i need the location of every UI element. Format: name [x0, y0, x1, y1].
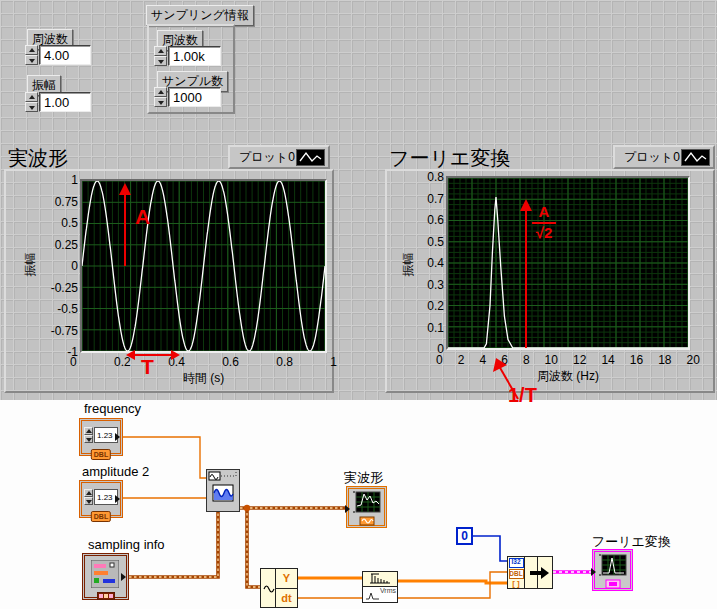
- increment-button: [84, 427, 93, 435]
- get-waveform-components-node[interactable]: Y dt: [260, 568, 298, 608]
- increment-button[interactable]: [25, 92, 38, 102]
- tick-label: 0.8: [427, 170, 444, 184]
- frequency-value-field[interactable]: 4.00: [39, 45, 91, 65]
- front-panel: 周波数 4.00 振幅 1.00 サンプリング情報 周波数: [0, 0, 717, 400]
- sample-rate-value-field[interactable]: 1.00k: [168, 46, 221, 66]
- fourier-x-axis-label: 周波数 (Hz): [448, 368, 688, 385]
- component-dt-label: dt: [276, 589, 297, 608]
- waveform-graph-legend[interactable]: プロット0: [228, 145, 330, 169]
- terminal-spinner: [84, 489, 93, 505]
- spectrum-vi-node[interactable]: Vrms: [362, 571, 398, 603]
- bundle-node[interactable]: I32 DBL [ ]: [507, 556, 553, 589]
- terminal-control: 1.23: [84, 489, 118, 505]
- sample-rate-spinner[interactable]: [154, 46, 167, 66]
- tick-label: -0.25: [51, 281, 78, 295]
- legend-plot-label: プロット0: [624, 149, 680, 166]
- cluster-icon: [91, 560, 119, 588]
- tick-label: 0: [71, 259, 78, 273]
- zero-constant[interactable]: 0: [456, 527, 473, 545]
- peak-amplitude-annotation-label: A √2: [532, 204, 556, 241]
- plot-style-icon[interactable]: [681, 149, 710, 166]
- peak-glyph-icon: [365, 591, 381, 601]
- input-terminal-arrow: [345, 505, 354, 513]
- cluster-type-tag-icon: [97, 592, 115, 600]
- bundle-arrow-icon: [529, 567, 549, 579]
- frequency-spinner[interactable]: [25, 45, 38, 65]
- waveform-graph-indicator[interactable]: [346, 486, 387, 532]
- tick-label: 0: [70, 355, 77, 369]
- fourier-graph-legend[interactable]: プロット0: [613, 145, 715, 169]
- tick-label: 2: [458, 353, 465, 367]
- decrement-button[interactable]: [154, 97, 167, 107]
- waveform-glyph-icon: [261, 569, 276, 607]
- decrement-button[interactable]: [154, 56, 167, 66]
- tick-label: 0.2: [427, 299, 444, 313]
- tick-label: 4: [479, 353, 486, 367]
- tick-label: 0.5: [427, 235, 444, 249]
- fourier-graph-indicator[interactable]: [592, 549, 633, 595]
- amplitude-terminal[interactable]: 1.23 DBL: [79, 480, 123, 518]
- tick-label: 16: [630, 353, 643, 367]
- tick-label: 20: [687, 353, 700, 367]
- decrement-button: [84, 497, 93, 505]
- sample-count-spinner[interactable]: [154, 87, 167, 107]
- input-terminal-arrow: [591, 568, 600, 576]
- waveform-y-axis-ticks: 10.750.50.250-0.25-0.5-0.75-1: [38, 173, 78, 359]
- frequency-terminal[interactable]: 1.23 DBL: [79, 418, 123, 456]
- labview-window: 周波数 4.00 振幅 1.00 サンプリング情報 周波数: [0, 0, 717, 609]
- amplitude-annotation-label: A: [135, 205, 150, 229]
- terminal-control: 1.23: [84, 427, 118, 443]
- amplitude-control: 1.00: [25, 92, 91, 112]
- fraction-numerator: A: [532, 204, 556, 221]
- tick-label: 0.25: [55, 238, 78, 252]
- increment-button[interactable]: [154, 46, 167, 56]
- tick-label: 1: [330, 355, 337, 369]
- increment-button: [84, 489, 93, 497]
- amplitude-terminal-label: amplitude 2: [82, 464, 149, 479]
- sampling-cluster-label: サンプリング情報: [146, 5, 254, 26]
- fourier-plot-area[interactable]: [446, 176, 690, 350]
- decrement-button[interactable]: [25, 55, 38, 65]
- tick-label: 14: [601, 353, 614, 367]
- decrement-button[interactable]: [25, 102, 38, 112]
- sample-count-control: 1000: [154, 87, 221, 107]
- legend-plot-label: プロット0: [239, 149, 295, 166]
- waveform-x-axis-label: 時間 (s): [82, 370, 325, 387]
- sample-count-value-field[interactable]: 1000: [168, 87, 221, 107]
- amplitude-spinner[interactable]: [25, 92, 38, 112]
- output-terminal-arrow: [115, 495, 124, 503]
- sampling-terminal[interactable]: [82, 553, 129, 600]
- waveform-y-axis-label: 振幅: [22, 253, 39, 277]
- tick-label: 0.7: [427, 192, 444, 206]
- increment-button[interactable]: [154, 87, 167, 97]
- dbl-type-tag: DBL: [91, 449, 111, 460]
- tick-label: 10: [545, 353, 558, 367]
- peak-amplitude-annotation-arrow: [519, 198, 533, 350]
- sample-rate-control: 1.00k: [154, 46, 221, 66]
- tick-label: 0.8: [276, 355, 293, 369]
- decrement-button: [84, 435, 93, 443]
- fourier-y-axis-label: 振幅: [400, 253, 417, 277]
- component-y-label: Y: [276, 569, 297, 589]
- plot-style-icon[interactable]: [296, 149, 325, 166]
- tick-label: -0.75: [51, 324, 78, 338]
- frequency-terminal-label: frequency: [84, 401, 141, 416]
- waveform-graph-title: 実波形: [8, 145, 68, 172]
- tick-label: 0.6: [427, 213, 444, 227]
- tick-label: 0.6: [222, 355, 239, 369]
- dbl-type-tag: DBL: [91, 511, 111, 522]
- array-input-tag: [ ]: [508, 580, 524, 588]
- amplitude-annotation-arrow: [118, 182, 132, 268]
- increment-button[interactable]: [25, 45, 38, 55]
- tick-label: 0.4: [427, 256, 444, 270]
- sine-waveform-vi-node[interactable]: [206, 469, 240, 516]
- sine-waveform-vi-icon: [206, 469, 240, 512]
- terminal-spinner: [84, 427, 93, 443]
- peak-frequency-annotation-arrow: [490, 355, 526, 403]
- tick-label: 0: [436, 353, 443, 367]
- output-terminal-arrow: [121, 573, 130, 581]
- dbl-input-tag: DBL: [509, 569, 524, 579]
- vrms-label: Vrms: [380, 587, 396, 594]
- amplitude-value-field[interactable]: 1.00: [39, 92, 91, 112]
- waveform-x-axis-ticks: 00.20.40.60.81: [70, 355, 337, 369]
